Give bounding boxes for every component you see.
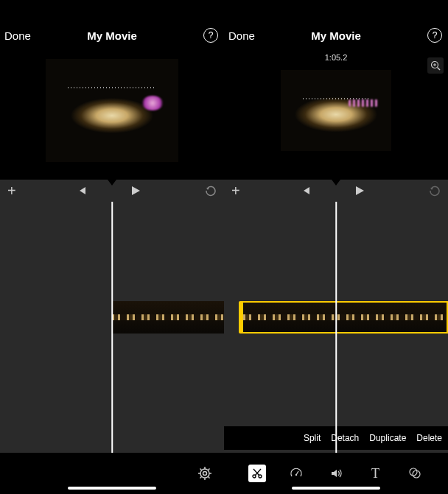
preview-content [349, 99, 378, 107]
help-button[interactable]: ? [427, 28, 442, 43]
add-media-button[interactable]: + [7, 183, 16, 200]
done-button[interactable]: Done [228, 29, 255, 42]
video-preview[interactable] [0, 44, 224, 177]
circles-icon [408, 467, 421, 480]
text-icon: T [371, 466, 379, 481]
project-title: My Movie [311, 29, 361, 42]
video-clip[interactable] [112, 301, 224, 334]
video-preview[interactable] [224, 44, 448, 177]
undo-button[interactable] [429, 185, 441, 197]
svg-point-15 [259, 475, 262, 478]
svg-line-8 [200, 477, 202, 479]
play-button[interactable] [354, 185, 365, 197]
playhead-marker [108, 180, 116, 186]
preview-frame [46, 59, 178, 162]
skip-back-button[interactable] [301, 186, 311, 196]
svg-line-9 [209, 469, 210, 470]
preview-content [141, 96, 164, 110]
done-button[interactable]: Done [4, 29, 31, 42]
speedometer-icon [290, 467, 303, 480]
undo-button[interactable] [205, 185, 217, 197]
svg-point-1 [203, 472, 207, 476]
svg-point-14 [253, 475, 256, 478]
playhead[interactable] [111, 202, 113, 453]
svg-point-0 [200, 469, 209, 478]
settings-button[interactable] [196, 465, 214, 482]
duplicate-button[interactable]: Duplicate [369, 433, 406, 443]
play-button[interactable] [130, 185, 141, 197]
project-title: My Movie [87, 29, 137, 42]
skip-back-button[interactable] [77, 186, 87, 196]
preview-frame [281, 70, 391, 151]
playhead[interactable] [335, 202, 337, 453]
cut-tool[interactable] [248, 465, 266, 482]
clip-thumbnails [112, 314, 224, 320]
filters-tool[interactable] [406, 465, 424, 482]
help-button[interactable]: ? [203, 28, 218, 43]
volume-tool[interactable] [327, 465, 345, 482]
pane-right: Done My Movie ? 1:05.2 + [224, 0, 448, 494]
scissors-icon [251, 467, 263, 479]
video-clip-selected[interactable] [243, 301, 448, 334]
text-tool[interactable]: T [367, 465, 385, 482]
split-button[interactable]: Split [304, 433, 321, 443]
clip-thumbnails [243, 314, 447, 320]
add-media-button[interactable]: + [231, 183, 240, 200]
svg-line-6 [200, 469, 202, 470]
playhead-marker [332, 180, 340, 186]
svg-line-7 [209, 477, 210, 479]
speed-tool[interactable] [287, 465, 305, 482]
home-indicator[interactable] [68, 487, 156, 490]
svg-point-19 [295, 474, 297, 476]
pane-left: Done My Movie ? + [0, 0, 224, 494]
gear-icon [197, 466, 212, 481]
home-indicator[interactable] [292, 487, 380, 490]
speaker-icon [329, 467, 343, 480]
delete-button[interactable]: Delete [416, 433, 442, 443]
